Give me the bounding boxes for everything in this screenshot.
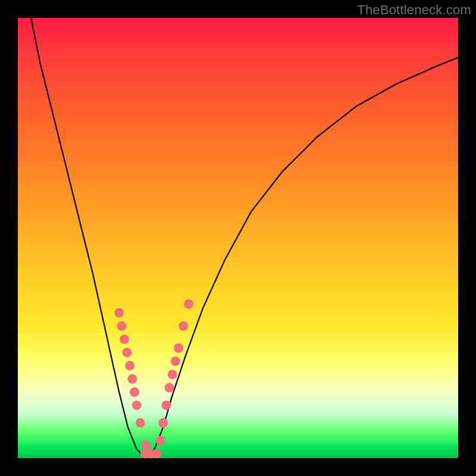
curve-marker bbox=[168, 369, 177, 379]
curve-marker bbox=[127, 374, 137, 384]
curve-marker bbox=[184, 299, 193, 309]
curve-marker bbox=[114, 308, 124, 318]
chart-frame: TheBottleneck.com bbox=[0, 0, 476, 476]
curve-marker bbox=[171, 356, 180, 366]
curve-marker bbox=[161, 400, 171, 410]
curve-marker bbox=[120, 334, 129, 344]
curve-marker bbox=[158, 418, 168, 428]
curve-marker bbox=[178, 321, 188, 331]
curve-marker bbox=[117, 321, 127, 331]
curve-marker bbox=[152, 449, 161, 459]
curve-marker bbox=[132, 400, 142, 410]
plot-area bbox=[18, 18, 458, 458]
watermark-text: TheBottleneck.com bbox=[357, 2, 471, 18]
curve-marker bbox=[136, 418, 145, 428]
curve-markers bbox=[114, 299, 193, 459]
curve-marker bbox=[155, 436, 165, 445]
curve-marker bbox=[174, 343, 183, 353]
curve-marker bbox=[141, 440, 151, 450]
curve-marker bbox=[123, 347, 132, 357]
curve-marker bbox=[130, 387, 139, 397]
curve-marker bbox=[165, 383, 174, 393]
bottleneck-curve-svg bbox=[18, 18, 458, 458]
curve-marker bbox=[125, 361, 134, 371]
bottleneck-curve bbox=[31, 18, 458, 458]
